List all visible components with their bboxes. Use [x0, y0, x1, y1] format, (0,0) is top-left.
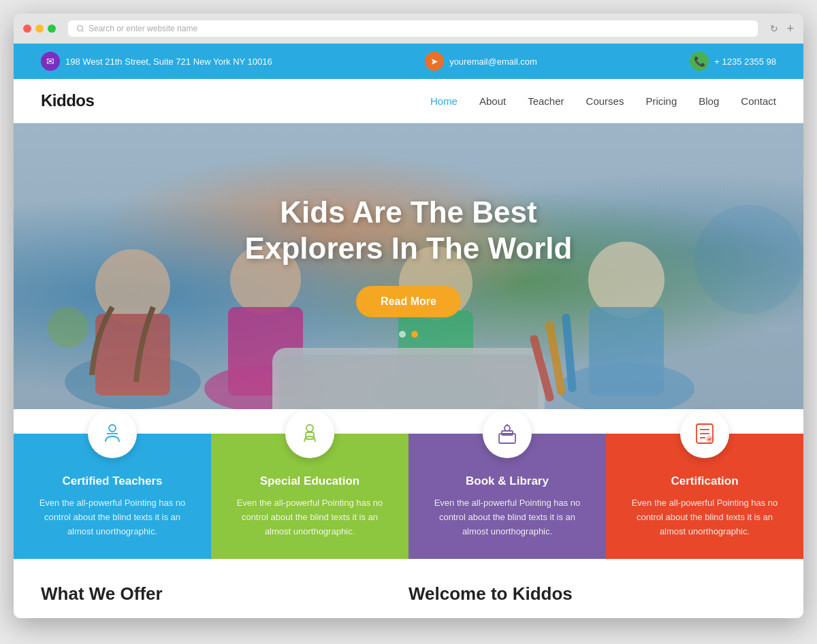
- address-icon: ✉: [41, 52, 60, 71]
- feature-text-certification: Even the all-powerful Pointing has no co…: [622, 496, 787, 538]
- new-tab-button[interactable]: +: [786, 22, 794, 36]
- hero-content: Kids Are The Best Explorers In The World…: [14, 123, 803, 409]
- nav-links: Home About Teacher Courses Pricing Blog …: [430, 95, 776, 107]
- feature-icon-teachers: [88, 409, 137, 458]
- phone-icon: 📞: [690, 52, 709, 71]
- features-section: Certified Teachers Even the all-powerful…: [14, 434, 803, 559]
- top-bar: ✉ 198 West 21th Street, Suite 721 New Yo…: [14, 44, 803, 79]
- feature-title-teachers: Certified Teachers: [30, 474, 195, 488]
- feature-title-certification: Certification: [622, 474, 787, 488]
- nav-teacher[interactable]: Teacher: [528, 95, 564, 107]
- browser-window: Search or enter website name ↻ + ✉ 198 W…: [14, 14, 803, 618]
- feature-text-education: Even the all-powerful Pointing has no co…: [227, 496, 392, 538]
- address-item: ✉ 198 West 21th Street, Suite 721 New Yo…: [41, 52, 272, 71]
- address-text: 198 West 21th Street, Suite 721 New York…: [65, 57, 272, 67]
- maximize-button[interactable]: [48, 25, 56, 33]
- phone-item: 📞 + 1235 2355 98: [690, 52, 776, 71]
- svg-rect-26: [502, 431, 513, 435]
- nav-courses[interactable]: Courses: [586, 95, 624, 107]
- feature-card-certification: Certification Even the all-powerful Poin…: [606, 434, 803, 559]
- feature-icon-library: [483, 409, 532, 458]
- nav-contact[interactable]: Contact: [741, 95, 776, 107]
- search-icon: [76, 25, 84, 33]
- feature-text-library: Even the all-powerful Pointing has no co…: [425, 496, 590, 538]
- slider-dots: [399, 331, 418, 338]
- minimize-button[interactable]: [35, 25, 44, 33]
- email-item: ➤ youremail@email.com: [425, 52, 537, 71]
- feature-card-education: Special Education Even the all-powerful …: [211, 434, 408, 559]
- address-bar-text: Search or enter website name: [89, 24, 197, 33]
- svg-point-0: [78, 26, 83, 31]
- library-icon: [495, 421, 519, 446]
- browser-toolbar: Search or enter website name ↻ +: [14, 14, 803, 44]
- hero-title: Kids Are The Best Explorers In The World: [245, 195, 573, 267]
- nav-blog[interactable]: Blog: [699, 95, 719, 107]
- nav-home[interactable]: Home: [430, 95, 458, 107]
- feature-icon-certification: [680, 409, 729, 458]
- education-icon: [298, 421, 322, 446]
- bottom-teaser-right: Welcome to Kiddos: [408, 583, 776, 605]
- phone-text: + 1235 2355 98: [714, 57, 776, 67]
- teacher-icon: [100, 421, 125, 446]
- bottom-teaser-left: What We Offer: [41, 583, 408, 605]
- feature-title-library: Book & Library: [425, 474, 590, 488]
- bottom-teaser: What We Offer Welcome to Kiddos: [14, 559, 803, 618]
- close-button[interactable]: [23, 25, 31, 33]
- navbar: Kiddos Home About Teacher Courses Pricin…: [14, 79, 803, 123]
- hero-section: Kids Are The Best Explorers In The World…: [14, 123, 803, 409]
- svg-point-27: [504, 425, 510, 431]
- email-icon: ➤: [425, 52, 444, 71]
- refresh-button[interactable]: ↻: [770, 23, 778, 34]
- feature-text-teachers: Even the all-powerful Pointing has no co…: [30, 496, 195, 538]
- svg-rect-24: [306, 432, 314, 439]
- traffic-lights: [23, 25, 56, 33]
- email-text: youremail@email.com: [449, 57, 537, 67]
- site-logo[interactable]: Kiddos: [41, 91, 94, 110]
- nav-pricing[interactable]: Pricing: [645, 95, 677, 107]
- read-more-button[interactable]: Read More: [356, 286, 461, 317]
- nav-about[interactable]: About: [479, 95, 506, 107]
- svg-point-21: [109, 425, 116, 432]
- certification-icon: [692, 421, 717, 446]
- dot-2[interactable]: [411, 331, 418, 338]
- feature-icon-education: [285, 409, 334, 458]
- feature-title-education: Special Education: [227, 474, 392, 488]
- hero-title-line1: Kids Are The Best: [245, 195, 573, 231]
- hero-title-line2: Explorers In The World: [245, 231, 573, 267]
- svg-point-23: [306, 425, 313, 432]
- feature-card-teachers: Certified Teachers Even the all-powerful…: [14, 434, 211, 559]
- feature-card-library: Book & Library Even the all-powerful Poi…: [408, 434, 606, 559]
- dot-1[interactable]: [399, 331, 406, 338]
- address-bar[interactable]: Search or enter website name: [68, 20, 758, 37]
- website-content: ✉ 198 West 21th Street, Suite 721 New Yo…: [14, 44, 803, 618]
